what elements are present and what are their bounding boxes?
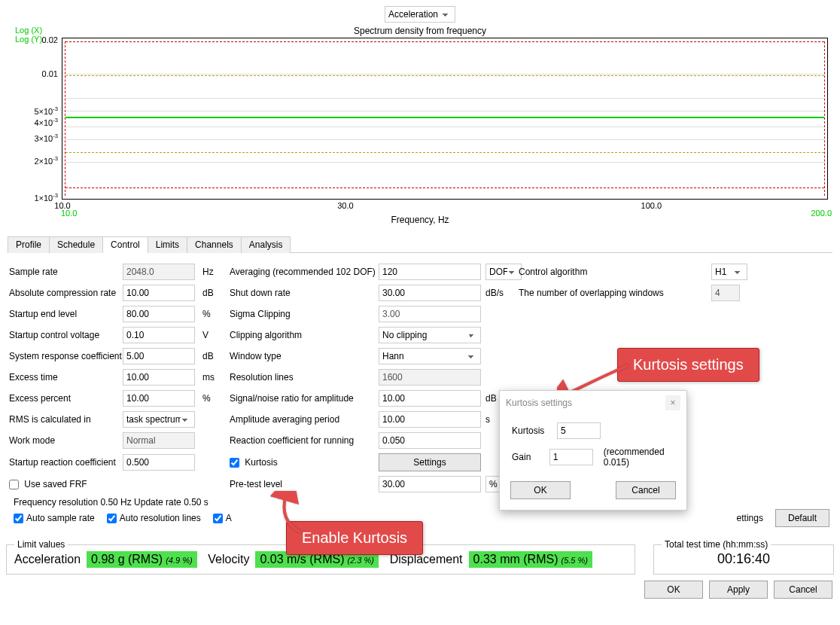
ok-button[interactable]: OK [644, 581, 703, 599]
work-mode-select[interactable]: Normal [123, 432, 195, 449]
default-button[interactable]: Default [775, 509, 829, 527]
sn-ratio-amp-label: Signal/noise ratio for amplitude [230, 393, 374, 404]
averaging-input[interactable] [379, 264, 481, 280]
gain-field-label: Gain [512, 452, 542, 462]
gain-field-input[interactable] [549, 449, 593, 465]
kurtosis-checkbox[interactable] [230, 458, 239, 468]
window-type-select[interactable]: Hann [379, 348, 481, 364]
xtick: 30.0 [337, 201, 353, 210]
window-type-label: Window type [230, 351, 374, 361]
auto-other-label[interactable]: A [213, 513, 232, 523]
overlap-windows-select[interactable]: 4 [711, 285, 740, 301]
startup-end-level-input[interactable] [123, 306, 195, 322]
resolution-info: Frequency resolution 0.50 Hz Update rate… [14, 497, 829, 508]
ytick: 0.02 [42, 35, 58, 44]
tab-control[interactable]: Control [102, 236, 148, 253]
tab-analysis[interactable]: Analysis [241, 236, 291, 253]
chart-title: Spectrum density from frequency [9, 26, 831, 36]
amp-avg-period-label: Amplitude averaging period [230, 414, 374, 425]
xtick: 100.0 [641, 201, 662, 210]
react-coef-run-input[interactable] [379, 432, 481, 449]
ytick: 2×10-3 [34, 155, 58, 166]
x-range-min: 10.0 [61, 209, 77, 218]
sys-resp-coef-input[interactable] [123, 348, 195, 364]
rms-calc-in-select[interactable]: task spectrum [123, 411, 195, 428]
excess-percent-unit: % [202, 393, 225, 404]
sample-rate-label: Sample rate [9, 267, 118, 277]
shutdown-rate-input[interactable] [379, 285, 481, 301]
pretest-level-label: Pre-test level [230, 479, 374, 489]
cancel-button[interactable]: Cancel [774, 581, 832, 599]
auto-sample-rate-label[interactable]: Auto sample rate [14, 513, 95, 523]
startup-ctrl-voltage-unit: V [202, 330, 225, 340]
resolution-lines-select[interactable]: 1600 [379, 369, 481, 386]
excess-percent-label: Excess percent [9, 393, 118, 404]
auto-res-lines-checkbox[interactable] [107, 514, 117, 523]
pretest-level-input[interactable] [379, 476, 481, 492]
kurtosis-dialog: Kurtosis settings × Kurtosis Gain (recom… [499, 390, 687, 511]
apply-button[interactable]: Apply [709, 581, 768, 599]
kurtosis-dialog-ok[interactable]: OK [510, 481, 571, 499]
total-test-time-legend: Total test time (hh:mm:ss) [662, 539, 771, 550]
kurtosis-settings-button[interactable]: Settings [379, 453, 481, 471]
use-saved-frf-label[interactable]: Use saved FRF [9, 479, 225, 489]
startup-end-level-unit: % [202, 309, 225, 319]
excess-time-input[interactable] [123, 369, 195, 386]
sys-resp-coef-label: System response coefficient [9, 351, 118, 361]
startup-ctrl-voltage-input[interactable] [123, 327, 195, 343]
control-algorithm-label: Control algorithm [519, 267, 707, 277]
sigma-clipping-input [379, 306, 481, 322]
total-test-time-fieldset: Total test time (hh:mm:ss) 00:16:40 [653, 539, 834, 575]
use-saved-frf-checkbox[interactable] [9, 480, 19, 489]
close-icon[interactable]: × [665, 395, 680, 410]
shutdown-rate-unit: dB/s [485, 288, 514, 298]
kurtosis-checkbox-label[interactable]: Kurtosis [230, 457, 374, 468]
auto-other-checkbox[interactable] [213, 514, 223, 523]
rms-calc-in-label: RMS is calculated in [9, 414, 118, 425]
abs-comp-rate-label: Absolute compression rate [9, 288, 118, 298]
sys-resp-coef-unit: dB [202, 351, 225, 361]
settings-fragment: ettings [737, 513, 763, 523]
tab-profile[interactable]: Profile [8, 236, 50, 253]
callout-kurtosis-settings: Kurtosis settings [617, 348, 759, 382]
kurtosis-field-input[interactable] [557, 422, 601, 439]
tab-limits[interactable]: Limits [148, 236, 187, 253]
ytick: 4×10-3 [34, 117, 58, 127]
startup-react-coef-label: Startup reaction coefficient [9, 457, 118, 468]
clipping-algorithm-select[interactable]: No clipping [379, 327, 481, 343]
disp-badge: 0.33 mm (RMS)(5.5 %) [469, 551, 592, 568]
averaging-unit-select[interactable]: DOF [485, 264, 522, 280]
resolution-lines-label: Resolution lines [230, 372, 374, 383]
control-algorithm-select[interactable]: H1 [711, 264, 747, 280]
amp-avg-period-input[interactable] [379, 411, 481, 428]
ytick: 0.01 [42, 69, 58, 78]
excess-time-label: Excess time [9, 372, 118, 383]
clipping-algorithm-label: Clipping algorithm [230, 330, 374, 340]
sample-rate-select[interactable]: 2048.0 [123, 264, 195, 280]
overlap-windows-label: The number of overlapping windows [519, 288, 707, 298]
abs-comp-rate-unit: dB [202, 288, 225, 298]
excess-percent-input[interactable] [123, 390, 195, 407]
limit-values-legend: Limit values [14, 539, 68, 550]
auto-res-lines-label[interactable]: Auto resolution lines [107, 513, 201, 523]
log-x-toggle[interactable]: Log (X) [15, 26, 42, 35]
quantity-select[interactable]: Acceleration [385, 6, 455, 23]
kurtosis-dialog-cancel[interactable]: Cancel [616, 481, 676, 499]
tab-schedule[interactable]: Schedule [49, 236, 103, 253]
sn-ratio-amp-input[interactable] [379, 390, 481, 407]
auto-sample-rate-checkbox[interactable] [14, 514, 23, 523]
averaging-label: Averaging (recommended 102 DOF) [230, 267, 374, 277]
tab-channels[interactable]: Channels [187, 236, 242, 253]
tab-strip: Profile Schedule Control Limits Channels… [8, 230, 832, 253]
use-saved-frf-text: Use saved FRF [24, 479, 87, 489]
startup-react-coef-input[interactable] [123, 454, 195, 471]
accel-badge: 0.98 g (RMS)(4.9 %) [87, 551, 197, 568]
log-y-toggle[interactable]: Log (Y) [15, 35, 42, 44]
abs-comp-rate-input[interactable] [123, 285, 195, 301]
sigma-clipping-label: Sigma Clipping [230, 309, 374, 319]
vel-label: Velocity [208, 553, 249, 566]
excess-time-unit: ms [202, 372, 225, 383]
accel-label: Acceleration [14, 553, 81, 566]
spectrum-plot[interactable]: 0.02 0.01 5×10-3 4×10-3 3×10-3 2×10-3 1×… [62, 38, 828, 200]
x-axis-label: Frequency, Hz [9, 215, 831, 225]
